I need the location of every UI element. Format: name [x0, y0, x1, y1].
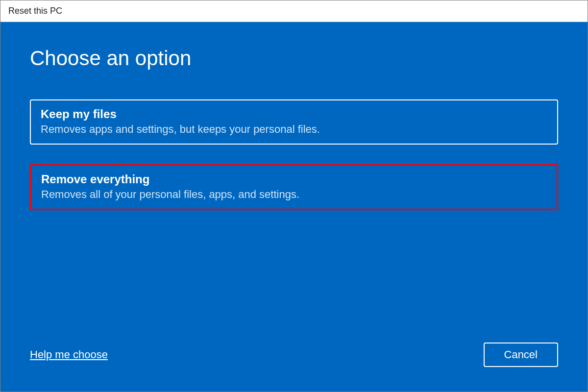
options-list: Keep my files Removes apps and settings,…: [30, 99, 558, 210]
dialog-content: Choose an option Keep my files Removes a…: [0, 22, 588, 392]
dialog-footer: Help me choose Cancel: [30, 343, 558, 372]
cancel-button[interactable]: Cancel: [484, 343, 558, 367]
option-keep-my-files[interactable]: Keep my files Removes apps and settings,…: [30, 99, 558, 145]
option-title: Keep my files: [41, 107, 547, 121]
help-me-choose-link[interactable]: Help me choose: [30, 348, 108, 361]
option-description: Removes apps and settings, but keeps you…: [41, 123, 547, 136]
dialog-heading: Choose an option: [30, 47, 558, 70]
option-title: Remove everything: [41, 172, 547, 186]
titlebar: Reset this PC: [0, 0, 588, 22]
option-remove-everything[interactable]: Remove everything Removes all of your pe…: [30, 164, 558, 210]
option-description: Removes all of your personal files, apps…: [41, 188, 547, 201]
reset-pc-window: Reset this PC Choose an option Keep my f…: [0, 0, 588, 392]
window-title: Reset this PC: [8, 6, 62, 16]
